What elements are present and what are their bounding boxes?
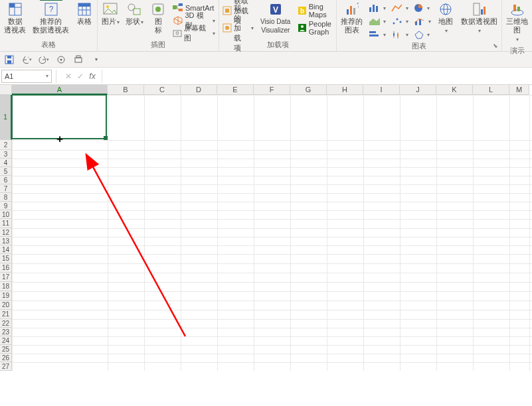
fill-handle[interactable] bbox=[104, 136, 108, 140]
column-header[interactable]: H bbox=[327, 85, 363, 95]
row-header[interactable]: 14 bbox=[0, 245, 12, 254]
pivot-table-button[interactable]: 数据 透视表 bbox=[2, 1, 28, 36]
dialog-launcher[interactable]: ⬊ bbox=[493, 42, 499, 49]
pivotchart-button[interactable]: 数据透视图▾ bbox=[459, 1, 499, 36]
column-header[interactable]: G bbox=[290, 85, 327, 95]
scatter-chart-button[interactable]: ▾ bbox=[390, 15, 410, 27]
spreadsheet-grid: 1234567891011121314151617181920212223242… bbox=[0, 85, 532, 371]
quick-access-toolbar: ▾ ▾ ▾ bbox=[0, 52, 532, 68]
people-icon bbox=[298, 23, 307, 33]
column-header[interactable]: B bbox=[108, 85, 144, 95]
area-chart-button[interactable]: ▾ bbox=[367, 15, 387, 27]
rec-charts-button[interactable]: ? 推荐的 图表 bbox=[339, 1, 365, 36]
redo-button[interactable]: ▾ bbox=[39, 54, 49, 65]
column-header[interactable]: K bbox=[436, 85, 473, 95]
cancel-formula-button[interactable]: ✕ bbox=[63, 72, 74, 81]
screenshot-button[interactable]: 屏幕截图▾ bbox=[171, 27, 217, 39]
bingmaps-button[interactable]: b Bing Maps bbox=[296, 5, 334, 17]
row-header[interactable]: 17 bbox=[0, 273, 12, 282]
column-header[interactable]: J bbox=[400, 85, 436, 95]
enter-formula-button[interactable]: ✓ bbox=[75, 72, 86, 81]
row-header[interactable]: 2 bbox=[0, 140, 12, 150]
column-header[interactable]: A bbox=[12, 85, 108, 95]
cells-area[interactable]: + bbox=[12, 95, 532, 371]
hbar-chart-button[interactable]: ▾ bbox=[367, 29, 387, 40]
row-header[interactable]: 25 bbox=[0, 345, 12, 354]
row-header[interactable]: 12 bbox=[0, 228, 12, 237]
column-header[interactable]: I bbox=[363, 85, 400, 95]
radar-chart-button[interactable]: ▾ bbox=[412, 29, 431, 40]
peoplegraph-button[interactable]: People Graph bbox=[296, 22, 334, 34]
column-headers: ABCDEFGHIJKLM bbox=[12, 85, 532, 95]
fx-button[interactable]: fx bbox=[87, 72, 98, 81]
group-label: 图表 bbox=[412, 40, 426, 52]
row-header[interactable]: 27 bbox=[0, 362, 12, 371]
picture-button[interactable]: 图片▾ bbox=[100, 1, 121, 28]
line-chart-button[interactable]: ▾ bbox=[390, 2, 410, 14]
touch-mode-button[interactable] bbox=[56, 54, 66, 65]
stock-chart-button[interactable]: ▾ bbox=[390, 29, 410, 40]
icons-button[interactable]: 图 标 bbox=[147, 1, 169, 36]
bing-icon: b bbox=[298, 5, 307, 16]
row-header[interactable]: 23 bbox=[0, 328, 12, 336]
visio-button[interactable]: V Visio Data Visualizer bbox=[258, 1, 294, 36]
row-header[interactable]: 1 bbox=[0, 95, 12, 140]
svg-rect-66 bbox=[517, 7, 520, 11]
svg-rect-43 bbox=[376, 6, 378, 12]
undo-button[interactable]: ▾ bbox=[21, 54, 32, 65]
svg-point-71 bbox=[60, 58, 62, 60]
3dmap-button[interactable]: 三维地 图▾ bbox=[504, 1, 530, 45]
shapes-button[interactable]: 形状▾ bbox=[124, 1, 145, 28]
table-button[interactable]: 表格 bbox=[74, 1, 95, 27]
row-header[interactable]: 13 bbox=[0, 237, 12, 245]
group-label: 表格 bbox=[41, 39, 56, 51]
row-header[interactable]: 3 bbox=[0, 150, 12, 159]
row-header[interactable]: 11 bbox=[0, 219, 12, 228]
svg-line-21 bbox=[177, 7, 179, 10]
svg-rect-56 bbox=[397, 34, 399, 36]
row-header[interactable]: 21 bbox=[0, 310, 12, 319]
column-header[interactable]: L bbox=[473, 85, 509, 95]
my-addins-button[interactable]: 我的加载项▾ bbox=[221, 22, 254, 34]
column-header[interactable]: E bbox=[217, 85, 254, 95]
save-button[interactable] bbox=[4, 54, 15, 65]
row-header[interactable]: 6 bbox=[0, 176, 12, 184]
rec-chart-icon: ? bbox=[344, 2, 360, 17]
row-header[interactable]: 24 bbox=[0, 336, 12, 345]
row-header[interactable]: 19 bbox=[0, 291, 12, 301]
select-all-corner[interactable] bbox=[0, 85, 12, 95]
row-header[interactable]: 15 bbox=[0, 254, 12, 263]
column-header[interactable]: C bbox=[144, 85, 181, 95]
pivot-chart-icon bbox=[472, 2, 488, 17]
group-label: 插图 bbox=[151, 39, 165, 51]
row-header[interactable]: 18 bbox=[0, 282, 12, 291]
row-header[interactable]: 26 bbox=[0, 354, 12, 362]
group-charts: ? 推荐的 图表 ▾ ▾ ▾ ▾ ▾ ▾ ▾ ▾ ▾ bbox=[337, 0, 502, 51]
svg-rect-55 bbox=[393, 33, 395, 36]
pie-chart-button[interactable]: ▾ bbox=[412, 2, 431, 14]
svg-rect-14 bbox=[133, 9, 140, 15]
combo-chart-button[interactable]: ▾ bbox=[412, 15, 432, 27]
group-tours: 三维地 图▾ 演示 bbox=[502, 0, 532, 51]
row-header[interactable]: 9 bbox=[0, 202, 12, 210]
recommended-pivot-button[interactable]: ? 推荐的 数据透视表 bbox=[31, 1, 71, 36]
maps-button[interactable]: 地图▾ bbox=[435, 1, 456, 36]
row-header[interactable]: 5 bbox=[0, 167, 12, 176]
column-header[interactable]: D bbox=[181, 85, 217, 95]
svg-point-16 bbox=[155, 7, 161, 12]
row-header[interactable]: 10 bbox=[0, 210, 12, 219]
row-header[interactable]: 16 bbox=[0, 263, 12, 273]
row-header[interactable]: 8 bbox=[0, 193, 12, 202]
row-header[interactable]: 22 bbox=[0, 319, 12, 328]
name-box[interactable]: A1 ▾ bbox=[1, 70, 52, 83]
customize-qat-button[interactable]: ▾ bbox=[90, 54, 101, 65]
row-header[interactable]: 7 bbox=[0, 184, 12, 193]
print-preview-button[interactable] bbox=[73, 54, 84, 65]
column-header[interactable]: M bbox=[509, 85, 529, 95]
bar-chart-button[interactable]: ▾ bbox=[367, 2, 387, 14]
row-header[interactable]: 20 bbox=[0, 301, 12, 310]
column-header[interactable]: F bbox=[254, 85, 290, 95]
svg-text:b: b bbox=[300, 7, 304, 15]
chevron-down-icon: ▾ bbox=[251, 25, 254, 31]
row-header[interactable]: 4 bbox=[0, 159, 12, 167]
